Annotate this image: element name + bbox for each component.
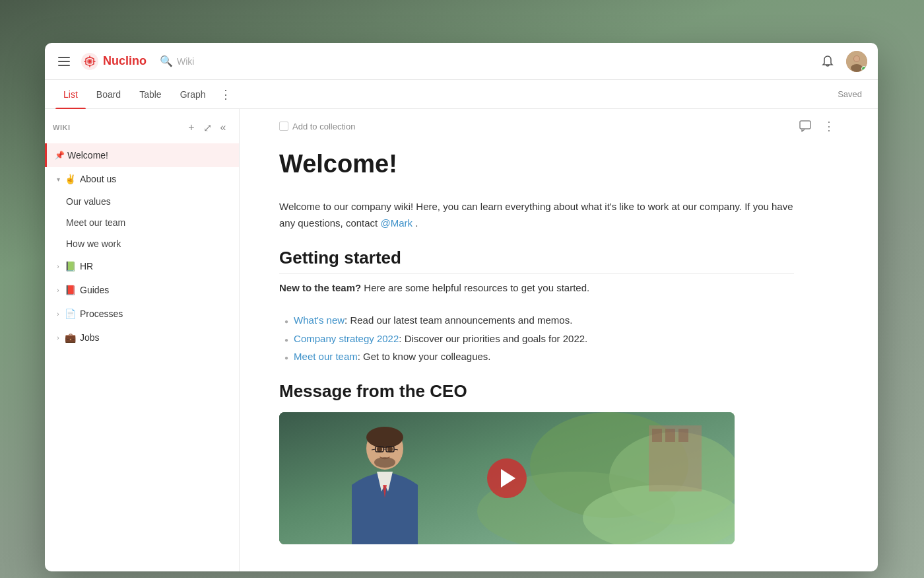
sidebar-hr-label: HR [80,261,222,271]
comment-icon [799,120,811,132]
bullet-dot: ● [284,352,288,363]
tab-more-button[interactable]: ⋮ [216,85,235,104]
search-area[interactable]: 🔍 Wiki [160,55,194,67]
guides-icon: 📕 [65,285,76,295]
tab-list[interactable]: List [55,80,86,109]
intro-text: Welcome to our company wiki! Here, you c… [279,201,793,229]
sidebar-item-welcome[interactable]: 📌 Welcome! [45,143,239,167]
collection-checkbox[interactable] [279,122,288,131]
list-item: ● Company strategy 2022: Discover our pr… [284,330,794,347]
meet-team-link[interactable]: Meet our team [294,351,358,362]
tab-bar: List Board Table Graph ⋮ Saved [45,80,878,109]
logo-area[interactable]: Nuclino [81,52,147,71]
processes-icon: 📄 [65,308,76,319]
sidebar-jobs-label: Jobs [80,332,222,343]
sidebar-header: WIKI + ⤢ « [45,114,239,141]
tab-table[interactable]: Table [131,80,169,109]
list-item-content: Company strategy 2022: Discover our prio… [294,330,587,347]
more-options-button[interactable]: ⋮ [820,117,838,135]
logo-text: Nuclino [103,54,147,68]
notification-button[interactable] [817,51,838,72]
bullet-dot: ● [284,316,288,327]
pin-icon: 📌 [55,151,65,160]
sidebar: WIKI + ⤢ « 📌 Welcome! ▾ ✌️ About us [45,109,240,571]
intro-paragraph: Welcome to our company wiki! Here, you c… [279,198,794,232]
tab-graph[interactable]: Graph [172,80,214,109]
bullet-list: ● What's new: Read our latest team annou… [279,312,794,365]
list-item-content: What's new: Read our latest team announc… [294,312,572,329]
processes-toggle[interactable]: › [53,308,63,319]
search-placeholder-text: Wiki [177,56,194,67]
play-button[interactable] [487,458,527,498]
strategy-link[interactable]: Company strategy 2022 [294,333,399,344]
sidebar-processes-label: Processes [80,308,222,319]
content-toolbar: Add to collection ⋮ [240,109,878,144]
bullet-dot: ● [284,334,288,345]
sidebar-item-jobs[interactable]: › 💼 Jobs [45,326,239,349]
whats-new-link[interactable]: What's new [294,314,345,326]
page-title: Welcome! [279,149,794,180]
intro-period: . [415,217,418,229]
top-bar: Nuclino 🔍 Wiki [45,43,878,80]
search-icon: 🔍 [160,55,173,67]
bell-icon [821,55,834,68]
new-to-team-desc: Here are some helpful resources to get y… [364,282,589,293]
sidebar-about-us-label: About us [80,174,222,184]
app-window: Nuclino 🔍 Wiki [45,43,878,571]
nuclino-logo-icon [81,52,99,71]
new-to-team-label: New to the team? [279,282,361,293]
meet-team-rest: : Get to know your colleagues. [358,351,491,362]
sidebar-item-processes[interactable]: › 📄 Processes [45,302,239,326]
user-avatar[interactable] [846,51,867,72]
our-values-label: Our values [66,196,111,207]
sidebar-guides-label: Guides [80,285,222,295]
strategy-rest: : Discover our priorities and goals for … [399,333,587,344]
svg-point-10 [854,56,859,61]
content-body: Welcome! Welcome to our company wiki! He… [240,144,834,571]
sidebar-item-how-we-work[interactable]: How we work [58,233,239,254]
sidebar-welcome-label: Welcome! [67,150,222,161]
contact-link[interactable]: @Mark [380,217,412,229]
saved-status: Saved [838,89,862,99]
svg-point-2 [88,60,91,63]
hr-icon: 📗 [65,261,76,271]
sidebar-collapse-button[interactable]: « [215,120,231,135]
sidebar-item-our-values[interactable]: Our values [58,191,239,212]
hr-toggle[interactable]: › [53,261,63,271]
list-item: ● Meet our team: Get to know your collea… [284,348,794,365]
ceo-section-title: Message from the CEO [279,381,794,402]
list-item-content: Meet our team: Get to know your colleagu… [294,348,491,365]
comment-button[interactable] [796,117,814,135]
sidebar-expand-button[interactable]: ⤢ [199,120,215,135]
sidebar-add-button[interactable]: + [183,120,199,135]
play-triangle-icon [501,469,515,488]
whats-new-rest: : Read our latest team announcements and… [345,314,572,326]
wiki-label: WIKI [53,124,183,131]
tab-board[interactable]: Board [88,80,129,109]
how-we-work-label: How we work [66,238,121,249]
sidebar-item-meet-our-team[interactable]: Meet our team [58,212,239,233]
list-item: ● What's new: Read our latest team annou… [284,312,794,329]
content-area: Add to collection ⋮ Welcome! Welcome [240,109,878,571]
add-to-collection-label: Add to collection [292,122,355,131]
sidebar-item-guides[interactable]: › 📕 Guides [45,278,239,302]
about-us-children: Our values Meet our team How we work [45,191,239,254]
more-options-icon: ⋮ [823,119,835,133]
jobs-icon: 💼 [65,332,76,343]
getting-started-title: Getting started [279,248,794,274]
add-to-collection-button[interactable]: Add to collection [279,122,355,131]
menu-button[interactable] [55,54,73,69]
online-indicator [861,66,867,71]
new-to-team-para: New to the team? Here are some helpful r… [279,279,794,297]
about-us-toggle[interactable]: ▾ [53,174,63,184]
jobs-toggle[interactable]: › [53,332,63,343]
sidebar-item-about-us[interactable]: ▾ ✌️ About us [45,167,239,191]
svg-rect-11 [800,121,810,129]
sidebar-item-hr[interactable]: › 📗 HR [45,254,239,278]
ceo-video[interactable] [279,412,735,544]
guides-toggle[interactable]: › [53,285,63,295]
meet-our-team-label: Meet our team [66,217,125,228]
video-overlay [279,412,735,544]
main-area: WIKI + ⤢ « 📌 Welcome! ▾ ✌️ About us [45,109,878,571]
about-us-icon: ✌️ [65,174,76,184]
